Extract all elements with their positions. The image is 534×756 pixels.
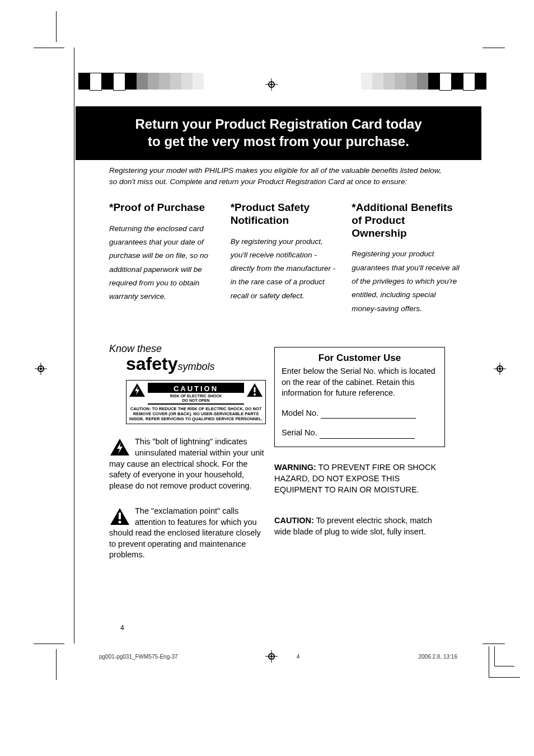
bolt-triangle-icon [129, 383, 146, 397]
banner: Return your Product Registration Card to… [76, 106, 481, 160]
color-bar-right [350, 73, 486, 90]
crop-mark [483, 644, 505, 644]
intro-text: Registering your model with PHILIPS make… [109, 165, 445, 187]
benefit-columns: *Proof of Purchase Returning the enclose… [109, 201, 462, 316]
column-benefits: *Additional Benefits of Product Ownershi… [352, 201, 462, 316]
warning-paragraph: WARNING: TO PREVENT FIRE OR SHOCK HAZARD… [274, 462, 445, 496]
column-proof-title: *Proof of Purchase [109, 201, 219, 214]
safety-big: safety [126, 354, 178, 374]
svg-point-23 [254, 393, 256, 396]
registration-mark-icon [265, 78, 278, 93]
caution-fine-print: CAUTION: TO REDUCE THE RISK OF ELECTRIC … [129, 406, 263, 421]
exclamation-triangle-icon [109, 507, 130, 526]
column-safety-body: By registering your product, you'll rece… [231, 235, 341, 303]
svg-rect-26 [119, 513, 121, 519]
footer: pg001-pg031_FWM575-Eng-37 4 2006.2.8, 13… [99, 654, 457, 660]
right-column: For Customer Use Enter below the Serial … [274, 347, 445, 537]
column-safety: *Product Safety Notification By register… [231, 201, 341, 316]
safety-title: safetysymbols [126, 354, 266, 374]
customer-use-body: Enter below the Serial No. which is loca… [282, 366, 438, 399]
customer-use-title: For Customer Use [282, 352, 438, 365]
serial-no-label: Serial No. [282, 428, 317, 437]
model-no-line: Model No. [282, 408, 438, 419]
serial-no-field[interactable] [320, 438, 415, 439]
model-no-label: Model No. [282, 408, 318, 417]
model-no-field[interactable] [321, 418, 416, 419]
caution-sub2: DO NOT OPEN [148, 398, 244, 403]
color-bar-left [78, 73, 215, 90]
page-number: 4 [120, 624, 124, 632]
warning-lead: WARNING: [274, 463, 316, 472]
customer-use-box: For Customer Use Enter below the Serial … [274, 347, 445, 447]
exclamation-paragraph: The "exclamation point" calls attention … [109, 506, 266, 561]
column-safety-title: *Product Safety Notification [231, 201, 341, 227]
banner-line2: to get the very most from your purchase. [148, 134, 409, 149]
crop-box [494, 646, 514, 666]
registration-mark-icon [494, 363, 506, 378]
banner-line1: Return your Product Registration Card to… [135, 116, 421, 132]
svg-point-27 [119, 521, 121, 524]
column-benefits-title: *Additional Benefits of Product Ownershi… [352, 201, 462, 240]
column-proof-body: Returning the enclosed card guarantees t… [109, 222, 219, 304]
safety-small: symbols [178, 361, 215, 372]
footer-file: pg001-pg031_FWM575-Eng-37 [99, 654, 178, 660]
bolt-paragraph: This "bolt of lightning" indicates unins… [109, 436, 266, 491]
know-these-lead: Know these [109, 343, 266, 355]
registration-mark-icon [35, 363, 47, 378]
caution-sub1: RISK OF ELECTRIC SHOCK [148, 394, 244, 398]
column-benefits-body: Registering your product guarantees that… [352, 247, 462, 315]
footer-page: 4 [297, 654, 300, 660]
crop-mark [56, 649, 57, 680]
crop-mark [34, 644, 64, 644]
crop-mark [74, 48, 74, 644]
bolt-triangle-icon [109, 438, 130, 457]
bolt-text: This "bolt of lightning" indicates unins… [109, 437, 264, 490]
caution-word: CAUTION [148, 384, 244, 393]
crop-mark [34, 48, 64, 48]
caution-paragraph: CAUTION: To prevent electric shock, matc… [274, 515, 445, 538]
footer-date: 2006.2.8, 13:16 [418, 654, 457, 660]
caution-lead: CAUTION: [274, 516, 314, 525]
crop-mark [56, 11, 57, 42]
exclamation-triangle-icon [246, 383, 263, 397]
column-proof: *Proof of Purchase Returning the enclose… [109, 201, 219, 316]
caution-label-box: CAUTION RISK OF ELECTRIC SHOCK DO NOT OP… [126, 380, 266, 424]
excl-text: The "exclamation point" calls attention … [109, 506, 261, 559]
serial-no-line: Serial No. [282, 428, 438, 439]
svg-rect-22 [254, 387, 256, 392]
crop-mark [483, 48, 505, 48]
safety-symbols-section: Know these safetysymbols CAUTION RISK OF… [109, 343, 266, 561]
